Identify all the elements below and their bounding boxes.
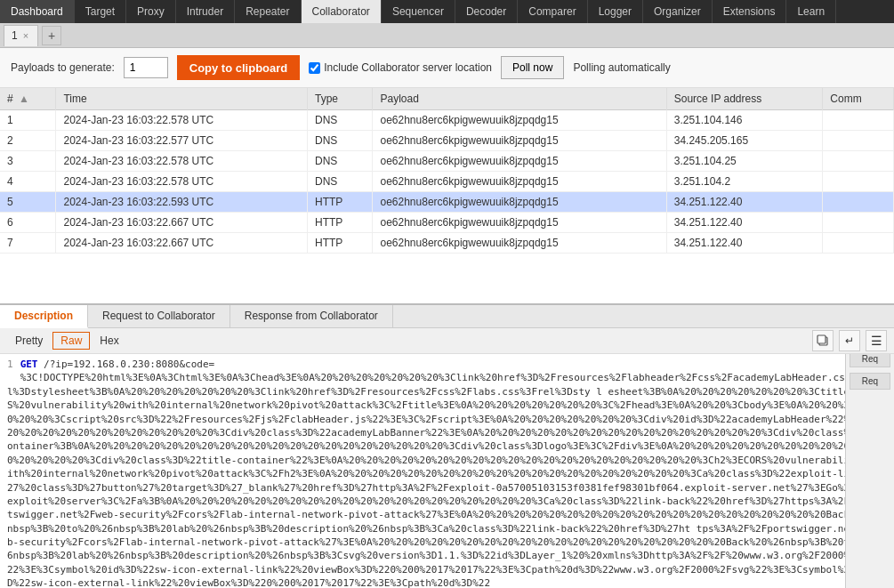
table-row[interactable]: 1 2024-Jan-23 16:03:22.578 UTC DNS oe62h…: [0, 110, 894, 131]
inspector-item-3[interactable]: Req: [850, 373, 890, 390]
table-row[interactable]: 5 2024-Jan-23 16:03:22.593 UTC HTTP oe62…: [0, 192, 894, 213]
top-nav: Dashboard Target Proxy Intruder Repeater…: [0, 0, 894, 23]
nav-logger[interactable]: Logger: [588, 0, 643, 23]
nav-learn[interactable]: Learn: [786, 0, 836, 23]
cell-num: 4: [0, 172, 56, 192]
bottom-panel: Description Request to Collaborator Resp…: [0, 303, 894, 588]
nav-intruder[interactable]: Intruder: [176, 0, 235, 23]
table-section: # ▲ Time Type Payload Source IP address …: [0, 88, 894, 303]
inspector-item-2[interactable]: Req: [850, 354, 890, 367]
nav-comparer[interactable]: Comparer: [518, 0, 587, 23]
nav-repeater[interactable]: Repeater: [235, 0, 301, 23]
cell-time: 2024-Jan-23 16:03:22.577 UTC: [56, 131, 308, 151]
col-time[interactable]: Time: [56, 88, 308, 110]
tab-1[interactable]: 1 ×: [4, 25, 38, 46]
table-row[interactable]: 7 2024-Jan-23 16:03:22.667 UTC HTTP oe62…: [0, 233, 894, 254]
request-content[interactable]: 1GET /?ip=192.168.0.230:8080&code=2%3C!D…: [0, 354, 894, 588]
col-num[interactable]: # ▲: [0, 88, 56, 110]
cell-ip: 3.251.104.146: [666, 110, 823, 131]
cell-payload: oe62hnu8erc6kpigwewuuik8jzpqdg15: [373, 192, 666, 213]
copy-to-clipboard-button[interactable]: Copy to clipboard: [177, 55, 301, 80]
cell-time: 2024-Jan-23 16:03:22.593 UTC: [56, 192, 308, 213]
cell-ip: 34.251.122.40: [666, 192, 823, 213]
newline-icon: ↵: [845, 334, 854, 347]
tab-add-button[interactable]: +: [42, 26, 61, 45]
table-area[interactable]: # ▲ Time Type Payload Source IP address …: [0, 88, 894, 303]
menu-icon-btn[interactable]: ☰: [866, 330, 887, 351]
toolbar: Payloads to generate: Copy to clipboard …: [0, 48, 894, 88]
cell-payload: oe62hnu8erc6kpigwewuuik8jzpqdg15: [373, 110, 666, 131]
nav-sequencer[interactable]: Sequencer: [382, 0, 455, 23]
bottom-tab-bar: Description Request to Collaborator Resp…: [0, 305, 894, 328]
cell-time: 2024-Jan-23 16:03:22.578 UTC: [56, 110, 308, 131]
menu-icon: ☰: [871, 334, 882, 348]
format-tabs: Pretty Raw Hex ↵ ☰: [0, 328, 894, 354]
poll-now-button[interactable]: Poll now: [501, 56, 564, 79]
tab-1-close[interactable]: ×: [23, 30, 28, 41]
nav-target[interactable]: Target: [75, 0, 126, 23]
table-row[interactable]: 6 2024-Jan-23 16:03:22.667 UTC HTTP oe62…: [0, 213, 894, 233]
include-location-checkbox[interactable]: [309, 62, 320, 74]
cell-payload: oe62hnu8erc6kpigwewuuik8jzpqdg15: [373, 213, 666, 233]
main-layout: Payloads to generate: Copy to clipboard …: [0, 48, 894, 588]
format-hex[interactable]: Hex: [92, 332, 126, 350]
cell-type: HTTP: [307, 233, 373, 254]
cell-payload: oe62hnu8erc6kpigwewuuik8jzpqdg15: [373, 131, 666, 151]
col-payload[interactable]: Payload: [373, 88, 666, 110]
col-type[interactable]: Type: [307, 88, 373, 110]
cell-time: 2024-Jan-23 16:03:22.578 UTC: [56, 151, 308, 172]
cell-num: 5: [0, 192, 56, 213]
cell-ip: 3.251.104.25: [666, 151, 823, 172]
cell-type: HTTP: [307, 192, 373, 213]
payloads-input[interactable]: [124, 57, 168, 78]
cell-num: 6: [0, 213, 56, 233]
tab-1-label: 1: [12, 29, 18, 42]
cell-type: DNS: [307, 172, 373, 192]
include-location-checkbox-label[interactable]: Include Collaborator server location: [309, 61, 492, 74]
cell-num: 7: [0, 233, 56, 254]
format-raw[interactable]: Raw: [52, 332, 90, 350]
nav-dashboard[interactable]: Dashboard: [0, 0, 75, 23]
newline-icon-btn[interactable]: ↵: [839, 330, 860, 351]
cell-comm: [823, 213, 894, 233]
nav-proxy[interactable]: Proxy: [126, 0, 176, 23]
format-toolbar-right: ↵ ☰: [812, 330, 887, 351]
cell-comm: [823, 110, 894, 131]
nav-decoder[interactable]: Decoder: [455, 0, 518, 23]
cell-time: 2024-Jan-23 16:03:22.667 UTC: [56, 233, 308, 254]
nav-collaborator[interactable]: Collaborator: [302, 0, 382, 23]
include-location-label: Include Collaborator server location: [324, 61, 492, 74]
format-pretty[interactable]: Pretty: [7, 332, 51, 350]
tab-description[interactable]: Description: [0, 305, 88, 328]
cell-type: HTTP: [307, 213, 373, 233]
cell-ip: 34.251.122.40: [666, 213, 823, 233]
table-row[interactable]: 3 2024-Jan-23 16:03:22.578 UTC DNS oe62h…: [0, 151, 894, 172]
col-comm[interactable]: Comm: [823, 88, 894, 110]
results-table: # ▲ Time Type Payload Source IP address …: [0, 88, 894, 254]
col-ip[interactable]: Source IP address: [666, 88, 823, 110]
cell-payload: oe62hnu8erc6kpigwewuuik8jzpqdg15: [373, 151, 666, 172]
table-row[interactable]: 4 2024-Jan-23 16:03:22.578 UTC DNS oe62h…: [0, 172, 894, 192]
tab-response-from-collaborator[interactable]: Response from Collaborator: [230, 305, 393, 327]
cell-time: 2024-Jan-23 16:03:22.578 UTC: [56, 172, 308, 192]
table-row[interactable]: 2 2024-Jan-23 16:03:22.577 UTC DNS oe62h…: [0, 131, 894, 151]
cell-ip: 3.251.104.2: [666, 172, 823, 192]
copy-icon-btn[interactable]: [812, 330, 834, 351]
copy-icon: [817, 334, 829, 347]
table-body: 1 2024-Jan-23 16:03:22.578 UTC DNS oe62h…: [0, 110, 894, 254]
cell-type: DNS: [307, 131, 373, 151]
tab-bar: 1 × +: [0, 23, 894, 48]
nav-organizer[interactable]: Organizer: [643, 0, 713, 23]
cell-payload: oe62hnu8erc6kpigwewuuik8jzpqdg15: [373, 172, 666, 192]
cell-type: DNS: [307, 110, 373, 131]
cell-payload: oe62hnu8erc6kpigwewuuik8jzpqdg15: [373, 233, 666, 254]
cell-type: DNS: [307, 151, 373, 172]
cell-comm: [823, 192, 894, 213]
svg-rect-1: [817, 335, 826, 343]
cell-ip: 34.251.122.40: [666, 233, 823, 254]
cell-comm: [823, 131, 894, 151]
tab-request-to-collaborator[interactable]: Request to Collaborator: [88, 305, 230, 327]
nav-extensions[interactable]: Extensions: [713, 0, 787, 23]
payloads-label: Payloads to generate:: [11, 61, 115, 74]
polling-status: Polling automatically: [573, 61, 670, 74]
